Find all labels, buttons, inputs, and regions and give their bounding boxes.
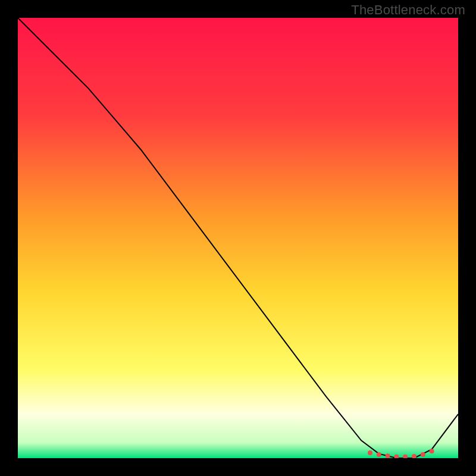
marker-dot	[368, 450, 372, 455]
marker-dot	[421, 452, 425, 457]
marker-dot	[430, 449, 434, 453]
plot-area	[18, 18, 458, 458]
marker-dot	[386, 453, 390, 458]
watermark-text: TheBottleneck.com	[351, 2, 465, 18]
chart-svg	[18, 18, 458, 458]
chart-frame: TheBottleneck.com	[0, 0, 476, 476]
marker-dot	[377, 452, 381, 457]
